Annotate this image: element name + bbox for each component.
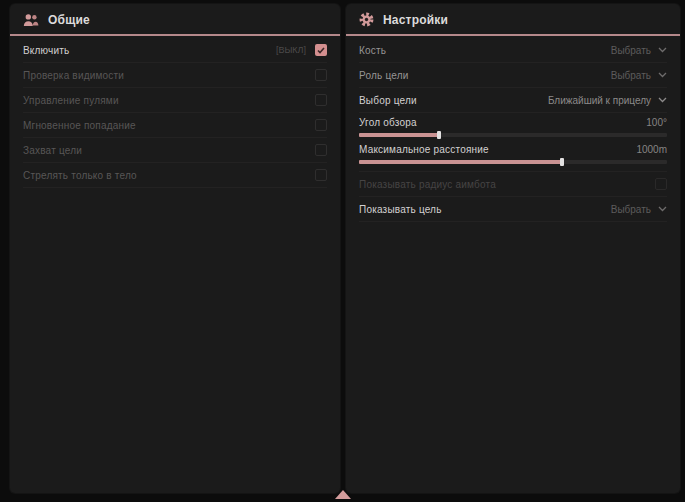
bone-label: Кость bbox=[359, 45, 386, 56]
fov-row: Угол обзора 100° bbox=[359, 113, 667, 140]
enable-row[interactable]: Включить [ВЫКЛ] bbox=[23, 38, 327, 63]
bullet-control-checkbox[interactable] bbox=[315, 94, 327, 106]
show-target-row[interactable]: Показывать цель Выбрать bbox=[359, 197, 667, 222]
visibility-check-checkbox[interactable] bbox=[315, 69, 327, 81]
general-panel: Общие Включить [ВЫКЛ] Проверка видимости… bbox=[10, 4, 340, 493]
show-target-dropdown-value: Выбрать bbox=[611, 204, 651, 215]
body-only-checkbox[interactable] bbox=[315, 169, 327, 181]
target-selection-dropdown[interactable]: Ближайший к прицелу bbox=[548, 95, 667, 106]
max-distance-label: Максимальное расстояние bbox=[359, 144, 489, 155]
settings-panel: Настройки Кость Выбрать Роль цели Выбрат… bbox=[346, 4, 680, 493]
bone-dropdown[interactable]: Выбрать bbox=[611, 45, 667, 56]
instant-hit-label: Мгновенное попадание bbox=[23, 120, 136, 131]
instant-hit-checkbox[interactable] bbox=[315, 119, 327, 131]
general-panel-header: Общие bbox=[10, 4, 340, 34]
visibility-check-row[interactable]: Проверка видимости bbox=[23, 63, 327, 88]
panel-title: Настройки bbox=[383, 13, 448, 27]
panel-title: Общие bbox=[48, 13, 90, 27]
show-aimbot-radius-row[interactable]: Показывать радиус аимбота bbox=[359, 172, 667, 197]
enable-keybind[interactable]: [ВЫКЛ] bbox=[276, 45, 306, 55]
target-role-dropdown[interactable]: Выбрать bbox=[611, 70, 667, 81]
chevron-down-icon bbox=[658, 206, 667, 212]
body-only-row[interactable]: Стрелять только в тело bbox=[23, 163, 327, 188]
fov-slider[interactable] bbox=[359, 133, 667, 137]
target-role-row[interactable]: Роль цели Выбрать bbox=[359, 63, 667, 88]
target-selection-dropdown-value: Ближайший к прицелу bbox=[548, 95, 651, 106]
max-distance-row: Максимальное расстояние 1000m bbox=[359, 140, 667, 167]
show-target-label: Показывать цель bbox=[359, 204, 442, 215]
target-lock-label: Захват цели bbox=[23, 145, 82, 156]
target-selection-label: Выбор цели bbox=[359, 95, 417, 106]
chevron-down-icon bbox=[658, 97, 667, 103]
enable-checkbox[interactable] bbox=[315, 44, 327, 56]
bone-row[interactable]: Кость Выбрать bbox=[359, 38, 667, 63]
max-distance-slider[interactable] bbox=[359, 160, 667, 164]
body-only-label: Стрелять только в тело bbox=[23, 170, 137, 181]
enable-label: Включить bbox=[23, 45, 69, 56]
bullet-control-row[interactable]: Управление пулями bbox=[23, 88, 327, 113]
target-lock-row[interactable]: Захват цели bbox=[23, 138, 327, 163]
target-lock-checkbox[interactable] bbox=[315, 144, 327, 156]
max-distance-slider-handle[interactable] bbox=[560, 158, 564, 166]
settings-panel-header: Настройки bbox=[346, 4, 680, 34]
gear-icon bbox=[359, 12, 374, 27]
target-role-label: Роль цели bbox=[359, 70, 408, 81]
show-aimbot-radius-checkbox[interactable] bbox=[655, 178, 667, 190]
cursor-pointer-icon bbox=[335, 490, 351, 499]
fov-slider-fill bbox=[359, 133, 439, 137]
instant-hit-row[interactable]: Мгновенное попадание bbox=[23, 113, 327, 138]
target-role-dropdown-value: Выбрать bbox=[611, 70, 651, 81]
check-icon bbox=[317, 47, 325, 54]
bullet-control-label: Управление пулями bbox=[23, 95, 119, 106]
bone-dropdown-value: Выбрать bbox=[611, 45, 651, 56]
target-selection-row[interactable]: Выбор цели Ближайший к прицелу bbox=[359, 88, 667, 113]
fov-label: Угол обзора bbox=[359, 117, 417, 128]
chevron-down-icon bbox=[658, 72, 667, 78]
fov-value: 100° bbox=[646, 117, 667, 128]
show-target-dropdown[interactable]: Выбрать bbox=[611, 204, 667, 215]
max-distance-value: 1000m bbox=[636, 144, 667, 155]
users-icon bbox=[23, 13, 39, 27]
visibility-check-label: Проверка видимости bbox=[23, 70, 124, 81]
fov-slider-handle[interactable] bbox=[437, 131, 441, 139]
show-aimbot-radius-label: Показывать радиус аимбота bbox=[359, 179, 496, 190]
chevron-down-icon bbox=[658, 47, 667, 53]
max-distance-slider-fill bbox=[359, 160, 562, 164]
